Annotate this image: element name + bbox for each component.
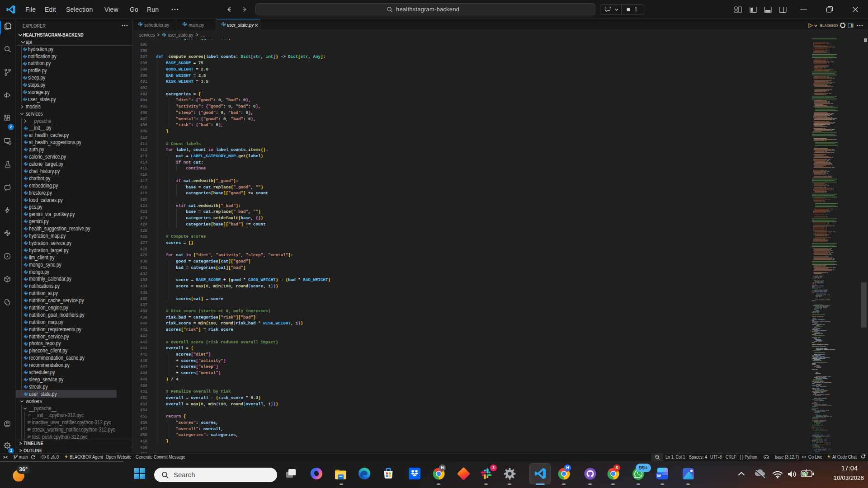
- svg-text:W: W: [657, 473, 661, 478]
